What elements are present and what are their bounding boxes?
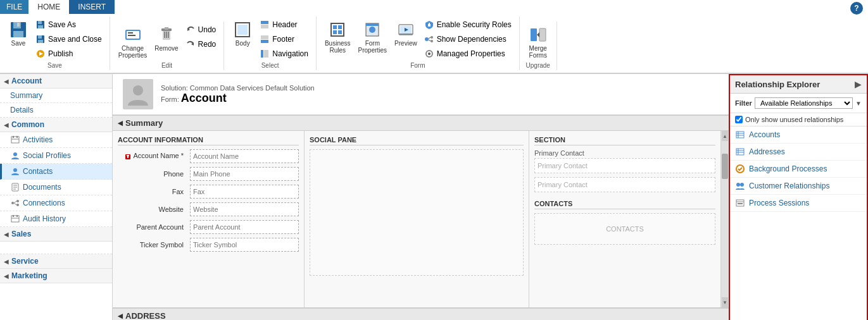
svg-point-67 — [16, 200, 19, 202]
svg-point-48 — [431, 40, 433, 42]
publish-label: Publish — [48, 49, 73, 58]
website-input[interactable] — [190, 202, 299, 216]
customer-relationships-icon — [735, 181, 745, 191]
sidebar-item-documents[interactable]: Documents — [0, 180, 112, 195]
rel-item-accounts[interactable]: Accounts — [730, 126, 867, 144]
ticker-symbol-input[interactable] — [190, 238, 299, 252]
svg-rect-92 — [738, 203, 743, 204]
undo-icon — [186, 25, 196, 35]
activities-icon — [10, 135, 20, 145]
publish-button[interactable]: Publish — [33, 47, 104, 61]
svg-rect-14 — [128, 32, 133, 34]
rel-item-background-processes[interactable]: Background Processes — [730, 161, 867, 178]
parent-account-input[interactable] — [190, 220, 299, 234]
sidebar-item-activities[interactable]: Activities — [0, 132, 112, 148]
sidebar-item-details[interactable]: Details — [0, 103, 112, 118]
business-rules-button[interactable]: BusinessRules — [322, 18, 354, 56]
body-button[interactable]: Body — [229, 18, 256, 49]
enable-security-button[interactable]: Enable Security Roles — [422, 18, 514, 32]
redo-label: Redo — [198, 40, 217, 49]
account-name-input[interactable] — [190, 149, 299, 163]
unused-relationships-checkbox[interactable] — [735, 116, 743, 123]
svg-point-75 — [133, 85, 143, 95]
change-properties-button[interactable]: ChangeProperties — [115, 23, 151, 61]
managed-properties-button[interactable]: Managed Properties — [422, 47, 514, 61]
save-as-button[interactable]: Save As — [33, 18, 104, 32]
primary-contact-input-1[interactable]: Primary Contact — [534, 158, 715, 173]
account-collapse-icon: ◀ — [4, 78, 9, 85]
sidebar-item-connections[interactable]: Connections — [0, 195, 112, 211]
change-properties-icon — [123, 25, 143, 45]
ribbon-content: Save Save As Save and Close — [0, 14, 868, 73]
col3-header: Section — [534, 136, 715, 145]
tab-insert[interactable]: INSERT — [69, 0, 115, 14]
sidebar-section-sales[interactable]: ◀ Sales — [0, 227, 112, 242]
form-avatar — [123, 79, 153, 109]
preview-button[interactable]: Preview — [391, 18, 420, 49]
merge-forms-button[interactable]: MergeForms — [525, 23, 551, 61]
account-name-required — [124, 152, 133, 159]
svg-point-52 — [428, 52, 431, 55]
right-panel-toggle-button[interactable]: ▶ — [855, 79, 862, 89]
enable-security-label: Enable Security Roles — [437, 20, 512, 29]
save-close-label: Save and Close — [48, 35, 102, 44]
relationship-explorer-panel: Relationship Explorer ▶ Filter Available… — [729, 74, 868, 320]
footer-label: Footer — [272, 35, 294, 44]
svg-rect-15 — [128, 35, 135, 36]
sidebar-item-social-profiles[interactable]: Social Profiles — [0, 148, 112, 164]
svg-rect-27 — [261, 25, 268, 28]
rel-item-addresses[interactable]: Addresses — [730, 144, 867, 161]
address-section-header: ◀ ADDRESS — [113, 308, 729, 320]
form-properties-button[interactable]: FormProperties — [355, 18, 391, 56]
sidebar-item-contacts[interactable]: Contacts — [0, 164, 112, 180]
service-collapse-icon: ◀ — [4, 258, 9, 265]
form-column-2: SOCIAL PANE — [305, 131, 529, 307]
primary-contact-input-2[interactable]: Primary Contact — [534, 177, 715, 192]
phone-input[interactable] — [190, 167, 299, 181]
svg-rect-39 — [366, 23, 379, 26]
vertical-scrollbar[interactable]: ▲ ▼ — [721, 131, 729, 307]
tab-home[interactable]: HOME — [28, 0, 69, 14]
contacts-header: CONTACTS — [534, 200, 715, 209]
summary-label: Summary — [10, 91, 42, 100]
sidebar-item-summary[interactable]: Summary — [0, 89, 112, 103]
ribbon-group-form: BusinessRules FormProperties — [317, 16, 520, 70]
customer-relationships-label: Customer Relationships — [749, 182, 829, 190]
tab-file[interactable]: FILE — [0, 0, 28, 14]
rel-item-process-sessions[interactable]: Process Sessions — [730, 195, 867, 212]
filter-select[interactable]: Available Relationships Used Relationshi… — [755, 97, 853, 109]
sidebar-section-marketing[interactable]: ◀ Marketing — [0, 269, 112, 283]
sidebar-section-service[interactable]: ◀ Service — [0, 254, 112, 269]
sidebar-item-audit-history[interactable]: Audit History — [0, 211, 112, 227]
help-button[interactable]: ? — [850, 2, 863, 15]
scroll-thumb[interactable] — [722, 154, 728, 179]
show-dependencies-button[interactable]: Show Dependencies — [422, 32, 514, 46]
svg-line-69 — [14, 201, 16, 203]
activities-label: Activities — [23, 135, 53, 144]
svg-point-61 — [13, 168, 17, 172]
social-pane-area — [310, 149, 524, 276]
save-button[interactable]: Save — [5, 18, 32, 49]
save-close-button[interactable]: Save and Close — [33, 32, 104, 46]
undo-button[interactable]: Undo — [183, 23, 219, 37]
fax-input[interactable] — [190, 185, 299, 199]
common-collapse-icon: ◀ — [4, 121, 9, 128]
svg-rect-31 — [264, 50, 268, 58]
header-button[interactable]: Header — [257, 18, 311, 32]
redo-button[interactable]: Redo — [183, 37, 219, 51]
footer-button[interactable]: Footer — [257, 32, 311, 46]
navigation-button[interactable]: Navigation — [257, 47, 311, 61]
sidebar-section-common[interactable]: ◀ Common — [0, 118, 112, 132]
redo-icon — [186, 39, 196, 49]
sidebar-section-account[interactable]: ◀ Account — [0, 74, 112, 89]
rel-item-customer-relationships[interactable]: Customer Relationships — [730, 178, 867, 195]
enable-security-icon — [424, 20, 434, 30]
form-properties-label: FormProperties — [358, 40, 387, 54]
field-parent-account: Parent Account — [118, 220, 299, 234]
remove-button[interactable]: Remove — [151, 23, 181, 54]
business-rules-label: BusinessRules — [325, 40, 351, 54]
svg-rect-56 — [11, 137, 19, 143]
form-body: ◀ Summary ACCOUNT INFORMATION Account Na… — [113, 115, 729, 320]
managed-properties-icon — [424, 49, 434, 59]
svg-rect-29 — [261, 40, 268, 43]
